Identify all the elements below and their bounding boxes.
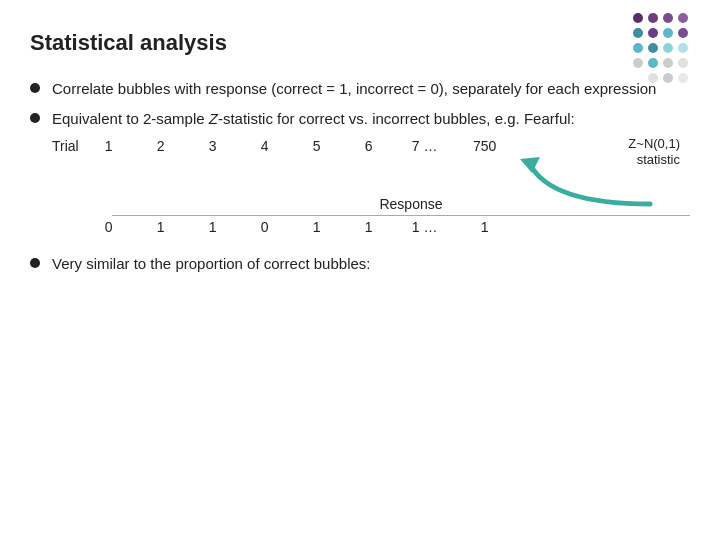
svg-point-3 — [678, 13, 688, 23]
response-row: Trial 0 1 1 0 1 1 1 … 1 — [52, 219, 690, 235]
response-num-2: 1 — [135, 219, 187, 235]
page-title: Statistical analysis — [30, 30, 690, 56]
trial-num-1: 1 — [83, 138, 135, 154]
bullet-dot-1 — [30, 83, 40, 93]
svg-point-4 — [633, 28, 643, 38]
trial-num-3: 3 — [187, 138, 239, 154]
svg-point-10 — [663, 43, 673, 53]
response-num-6: 1 — [343, 219, 395, 235]
svg-point-13 — [648, 58, 658, 68]
response-num-5: 1 — [291, 219, 343, 235]
svg-point-2 — [663, 13, 673, 23]
trial-num-5: 5 — [291, 138, 343, 154]
svg-point-0 — [633, 13, 643, 23]
bullet-text-1: Correlate bubbles with response (correct… — [52, 78, 656, 100]
bullet-dot-3 — [30, 258, 40, 268]
bullet-text-3: Very similar to the proportion of correc… — [52, 253, 371, 275]
trial-num-2: 2 — [135, 138, 187, 154]
response-num-4: 0 — [239, 219, 291, 235]
bullet-text-2: Equivalent to 2-sample Z-statistic for c… — [52, 108, 575, 130]
svg-point-6 — [663, 28, 673, 38]
bullet-item-3: Very similar to the proportion of correc… — [30, 253, 690, 275]
arrow-area — [52, 154, 690, 214]
svg-point-14 — [663, 58, 673, 68]
svg-point-11 — [678, 43, 688, 53]
page: Statistical analysis Correlate bubbles w… — [0, 0, 720, 540]
svg-point-5 — [648, 28, 658, 38]
response-num-750: 1 — [455, 219, 515, 235]
curved-arrow — [490, 149, 670, 214]
svg-point-1 — [648, 13, 658, 23]
trial-num-6: 6 — [343, 138, 395, 154]
svg-point-15 — [678, 58, 688, 68]
trial-num-4: 4 — [239, 138, 291, 154]
svg-point-9 — [648, 43, 658, 53]
svg-point-16 — [648, 73, 658, 83]
trial-num-7: 7 … — [395, 138, 455, 154]
svg-point-17 — [663, 73, 673, 83]
svg-point-12 — [633, 58, 643, 68]
bullet-dot-2 — [30, 113, 40, 123]
svg-point-18 — [678, 73, 688, 83]
svg-point-7 — [678, 28, 688, 38]
trial-response-area: Z~N(0,1) statistic Trial 1 2 3 4 5 6 7 …… — [52, 138, 690, 235]
bullet-item-1: Correlate bubbles with response (correct… — [30, 78, 690, 100]
divider — [112, 215, 690, 216]
decorative-dot-grid — [618, 8, 708, 88]
response-num-3: 1 — [187, 219, 239, 235]
response-num-1: 0 — [83, 219, 135, 235]
trial-label: Trial — [52, 138, 79, 154]
svg-point-8 — [633, 43, 643, 53]
bullet-item-2: Equivalent to 2-sample Z-statistic for c… — [30, 108, 690, 130]
response-num-7: 1 … — [395, 219, 455, 235]
